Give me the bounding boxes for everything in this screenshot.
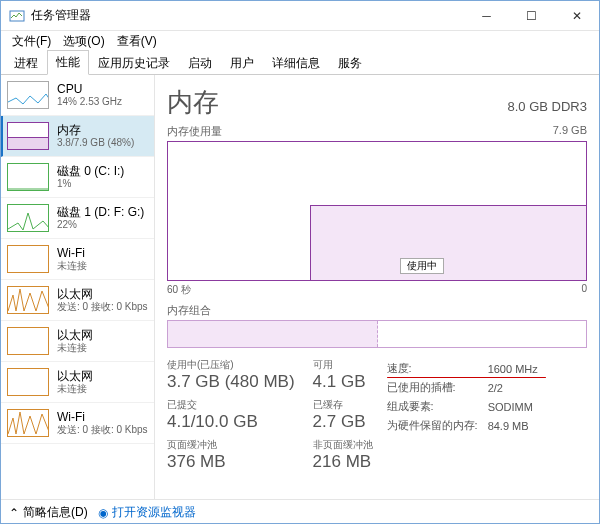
disk-thumbnail xyxy=(7,204,49,232)
spec-label-slots: 已使用的插槽: xyxy=(387,379,486,396)
stat-value-nonpaged: 216 MB xyxy=(313,452,373,472)
sidebar-item-sub: 发送: 0 接收: 0 Kbps xyxy=(57,424,148,436)
fewer-details-button[interactable]: ⌃ 简略信息(D) xyxy=(9,504,88,521)
memory-capacity: 8.0 GB DDR3 xyxy=(508,99,587,114)
wifi-thumbnail xyxy=(7,245,49,273)
sidebar-item-sub: 1% xyxy=(57,178,124,190)
spec-label-speed: 速度: xyxy=(387,360,486,377)
menu-file[interactable]: 文件(F) xyxy=(7,32,56,51)
sidebar-item-label: 以太网 xyxy=(57,328,93,342)
main-panel: 内存 8.0 GB DDR3 内存使用量 7.9 GB 使用中 60 秒 0 内… xyxy=(155,75,599,499)
sidebar-item-label: Wi-Fi xyxy=(57,246,87,260)
spec-value-speed: 1600 MHz xyxy=(488,360,546,377)
tab-users[interactable]: 用户 xyxy=(221,51,263,75)
in-use-marker: 使用中 xyxy=(400,258,444,274)
tab-services[interactable]: 服务 xyxy=(329,51,371,75)
ethernet-thumbnail xyxy=(7,368,49,396)
stat-label-paged: 页面缓冲池 xyxy=(167,438,295,452)
tab-performance[interactable]: 性能 xyxy=(47,50,89,75)
wifi-thumbnail xyxy=(7,409,49,437)
menubar: 文件(F) 选项(O) 查看(V) xyxy=(1,31,599,51)
spec-value-slots: 2/2 xyxy=(488,379,546,396)
disk-thumbnail xyxy=(7,163,49,191)
sidebar-item-sub: 未连接 xyxy=(57,342,93,354)
tab-app-history[interactable]: 应用历史记录 xyxy=(89,51,179,75)
sidebar-item-label: 内存 xyxy=(57,123,134,137)
sidebar: CPU14% 2.53 GHz 内存3.8/7.9 GB (48%) 磁盘 0 … xyxy=(1,75,155,499)
sidebar-item-sub: 22% xyxy=(57,219,144,231)
stat-label-nonpaged: 非页面缓冲池 xyxy=(313,438,373,452)
fewer-details-label: 简略信息(D) xyxy=(23,504,88,521)
sidebar-item-sub: 发送: 0 接收: 0 Kbps xyxy=(57,301,148,313)
stat-value-cached: 2.7 GB xyxy=(313,412,373,432)
sidebar-item-ethernet[interactable]: 以太网发送: 0 接收: 0 Kbps xyxy=(1,280,154,321)
open-resource-monitor-label: 打开资源监视器 xyxy=(112,504,196,521)
sidebar-item-sub: 3.8/7.9 GB (48%) xyxy=(57,137,134,149)
stat-value-committed: 4.1/10.0 GB xyxy=(167,412,295,432)
memory-thumbnail xyxy=(7,122,49,150)
xaxis-right: 0 xyxy=(581,283,587,297)
sidebar-item-label: Wi-Fi xyxy=(57,410,148,424)
sidebar-item-label: 以太网 xyxy=(57,369,93,383)
spec-value-reserved: 84.9 MB xyxy=(488,417,546,434)
stats-grid: 使用中(已压缩) 3.7 GB (480 MB) 可用 4.1 GB 已提交 4… xyxy=(167,358,373,472)
ethernet-thumbnail xyxy=(7,327,49,355)
graph-fill-area xyxy=(310,205,586,280)
sidebar-item-sub: 未连接 xyxy=(57,260,87,272)
sidebar-item-sub: 未连接 xyxy=(57,383,93,395)
sidebar-item-label: 磁盘 1 (D: F: G:) xyxy=(57,205,144,219)
memory-composition-bar xyxy=(167,320,587,348)
sidebar-item-memory[interactable]: 内存3.8/7.9 GB (48%) xyxy=(1,116,154,157)
tab-processes[interactable]: 进程 xyxy=(5,51,47,75)
ethernet-thumbnail xyxy=(7,286,49,314)
menu-options[interactable]: 选项(O) xyxy=(58,32,109,51)
page-title: 内存 xyxy=(167,85,219,120)
tabbar: 进程 性能 应用历史记录 启动 用户 详细信息 服务 xyxy=(1,51,599,75)
sidebar-item-disk0[interactable]: 磁盘 0 (C: I:)1% xyxy=(1,157,154,198)
stat-label-inuse: 使用中(已压缩) xyxy=(167,358,295,372)
graph-title: 内存使用量 xyxy=(167,124,222,139)
memory-usage-graph: 使用中 xyxy=(167,141,587,281)
stat-label-available: 可用 xyxy=(313,358,373,372)
spec-label-form: 组成要素: xyxy=(387,398,486,415)
sidebar-item-wifi[interactable]: Wi-Fi发送: 0 接收: 0 Kbps xyxy=(1,403,154,444)
sidebar-item-label: CPU xyxy=(57,82,122,96)
minimize-button[interactable]: ─ xyxy=(464,1,509,31)
spec-label-reserved: 为硬件保留的内存: xyxy=(387,417,486,434)
spec-value-form: SODIMM xyxy=(488,398,546,415)
sidebar-item-label: 磁盘 0 (C: I:) xyxy=(57,164,124,178)
specs-table: 速度:1600 MHz 已使用的插槽:2/2 组成要素:SODIMM 为硬件保留… xyxy=(385,358,548,472)
sidebar-item-ethernet[interactable]: 以太网未连接 xyxy=(1,321,154,362)
xaxis-left: 60 秒 xyxy=(167,283,191,297)
monitor-icon: ◉ xyxy=(98,506,108,520)
sidebar-item-wifi[interactable]: Wi-Fi未连接 xyxy=(1,239,154,280)
close-button[interactable]: ✕ xyxy=(554,1,599,31)
titlebar: 任务管理器 ─ ☐ ✕ xyxy=(1,1,599,31)
tab-startup[interactable]: 启动 xyxy=(179,51,221,75)
menu-view[interactable]: 查看(V) xyxy=(112,32,162,51)
window-title: 任务管理器 xyxy=(31,7,464,24)
app-icon xyxy=(9,8,25,24)
footer: ⌃ 简略信息(D) ◉ 打开资源监视器 xyxy=(1,499,599,524)
cpu-thumbnail xyxy=(7,81,49,109)
stat-value-paged: 376 MB xyxy=(167,452,295,472)
sidebar-item-ethernet[interactable]: 以太网未连接 xyxy=(1,362,154,403)
sidebar-item-sub: 14% 2.53 GHz xyxy=(57,96,122,108)
stat-value-available: 4.1 GB xyxy=(313,372,373,392)
sidebar-item-cpu[interactable]: CPU14% 2.53 GHz xyxy=(1,75,154,116)
open-resource-monitor-link[interactable]: ◉ 打开资源监视器 xyxy=(98,504,196,521)
tab-details[interactable]: 详细信息 xyxy=(263,51,329,75)
graph-max: 7.9 GB xyxy=(553,124,587,139)
chevron-up-icon: ⌃ xyxy=(9,506,19,520)
stat-value-inuse: 3.7 GB (480 MB) xyxy=(167,372,295,392)
stat-label-committed: 已提交 xyxy=(167,398,295,412)
sidebar-item-label: 以太网 xyxy=(57,287,148,301)
stat-label-cached: 已缓存 xyxy=(313,398,373,412)
sidebar-item-disk1[interactable]: 磁盘 1 (D: F: G:)22% xyxy=(1,198,154,239)
memory-slots-title: 内存组合 xyxy=(167,303,587,318)
maximize-button[interactable]: ☐ xyxy=(509,1,554,31)
